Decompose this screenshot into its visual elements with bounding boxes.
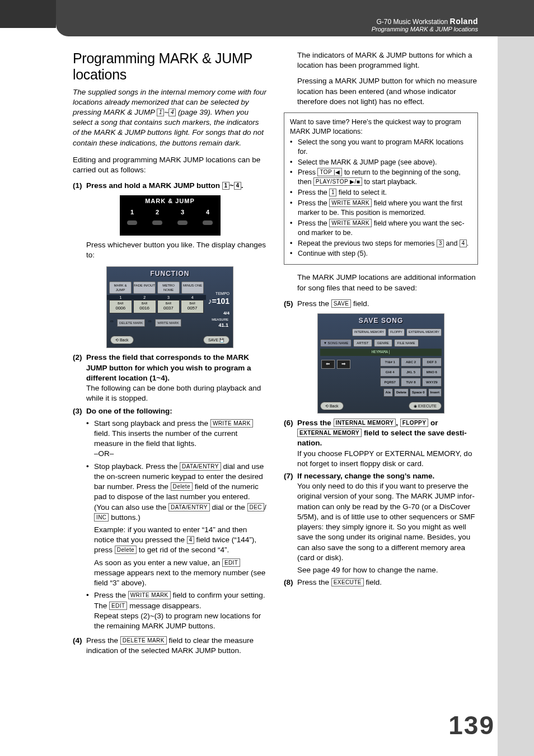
right-column: The indicators of MARK & JUMP buttons fo… xyxy=(284,50,478,659)
top-keycap: TOP |◀ xyxy=(317,168,342,176)
after-tip: The MARK JUMP locations are additional i… xyxy=(297,273,478,293)
bar-val: 0016 xyxy=(139,306,149,311)
internal-memory-keycap: INTERNAL MEMORY xyxy=(334,419,396,427)
slider-icon: ▭ xyxy=(148,319,152,327)
s6-c1: , xyxy=(396,419,400,427)
songname-pill: ▼ SONG NAME xyxy=(320,339,352,347)
step-6: (6) Press the INTERNAL MEMORY, FLOPPY or… xyxy=(284,418,478,469)
dest-internal: INTERNAL MEMORY xyxy=(352,328,386,336)
bullet-icon: • xyxy=(290,219,298,238)
key: JKL 5 xyxy=(401,368,420,377)
bar-lbl: BAR xyxy=(181,302,203,306)
dest-external: EXTERNAL MEMORY xyxy=(406,328,442,336)
save-lbl: SAVE xyxy=(208,338,218,342)
tip-item: Press the WRITE MARK field where you wan… xyxy=(298,199,472,218)
genre-pill: GENRE xyxy=(374,339,392,347)
left-column: Programming MARK & JUMP loca­tions The s… xyxy=(73,50,267,659)
key: PQRS7 xyxy=(380,378,400,387)
s5-pre: Press the xyxy=(297,299,331,308)
delete-keycap2: Delete xyxy=(115,546,137,554)
fn-key: A/a xyxy=(383,388,393,396)
fn-tab: METRO NOME xyxy=(157,281,180,294)
fn-val: BAR0057 xyxy=(181,300,204,313)
dec-keycap: DEC xyxy=(247,503,264,511)
function-panel-figure: FUNCTION MARK & JUMP FADE IN/OUT METRO N… xyxy=(73,266,267,349)
s8-post: field. xyxy=(364,578,382,586)
bar-val: 0037 xyxy=(163,306,174,311)
mj-num: 4 xyxy=(195,207,221,218)
write-mark-keycap2: WRITE MARK xyxy=(128,591,171,599)
write-mark-keycap: WRITE MARK xyxy=(210,419,253,428)
fn-key: Space 0 xyxy=(410,388,427,396)
keycap-4b: 4 xyxy=(234,182,241,190)
or-text: –OR– xyxy=(94,449,267,459)
content-columns: Programming MARK & JUMP loca­tions The s… xyxy=(73,50,478,659)
data-entry-keycap2: DATA/ENTRY xyxy=(168,503,210,511)
bullet-icon: • xyxy=(290,188,298,198)
editing-paragraph: Editing and programming MARK JUMP locati… xyxy=(73,155,267,175)
arrow-left-icon: ⬅ xyxy=(321,360,335,369)
tip-item: Select the MARK & JUMP page (see above). xyxy=(298,158,472,167)
step2-heading: Press the field that corresponds to the … xyxy=(86,353,267,383)
b2-post: buttons.) xyxy=(109,513,140,522)
save-song-panel: SAVE SONG INTERNAL MEMORY FLOPPY EXTERNA… xyxy=(317,313,444,414)
section-title: Programming MARK & JUMP loca­tions xyxy=(73,50,267,83)
save-title: SAVE SONG xyxy=(318,314,444,327)
s7-body: You only need to do this if you want to … xyxy=(297,481,478,563)
b2-m3: dial or the xyxy=(210,503,247,511)
fn-key: Insert xyxy=(428,388,442,396)
b2-pre: Stop playback. Press the xyxy=(94,462,180,471)
step-8: (8) Press the EXECUTE field. xyxy=(284,577,478,588)
save-keycap: SAVE xyxy=(331,299,352,308)
b3-pre: Press the xyxy=(94,591,128,599)
after-panel-text: Press whichever button you like. The dis… xyxy=(86,240,267,260)
step-3: (3) Do one of the following: • Start son… xyxy=(73,406,267,634)
b3-repeat: Repeat steps (2)~(3) to program new loca… xyxy=(94,611,267,631)
write-mark-keycap4: WRITE MARK xyxy=(329,219,372,227)
tip-box: Want to save time? Here’s the quickest w… xyxy=(284,112,478,265)
mj-num: 3 xyxy=(170,207,195,218)
t6-pre: Press the xyxy=(298,219,329,227)
tip-item: Repeat the previous two steps for memori… xyxy=(298,239,472,248)
fn-key: Delete xyxy=(394,388,409,396)
mj-num: 1 xyxy=(120,207,145,218)
led-icon xyxy=(203,220,213,225)
t7-pre: Repeat the previous two steps for memori… xyxy=(298,240,437,247)
external-memory-keycap: EXTERNAL MEMORY xyxy=(297,429,362,437)
as-pre: As soon as you enter a new value, an xyxy=(94,558,222,567)
bullet-icon: • xyxy=(290,158,298,167)
key: MNO 6 xyxy=(422,368,442,377)
dest-floppy: FLOPPY xyxy=(388,328,405,336)
artist-pill: ARTIST xyxy=(353,339,372,347)
b3-post: message disappears. xyxy=(127,602,201,610)
s1-post: . xyxy=(241,181,243,190)
slider-icon: ▭ xyxy=(110,319,114,327)
floppy-keycap: FLOPPY xyxy=(400,419,428,427)
delete-mark-btn: DELETE MARK xyxy=(117,319,145,327)
bullet-icon: • xyxy=(290,249,298,259)
bullet-icon: • xyxy=(290,239,298,248)
markjump-panel: MARK & JUMP 1 2 3 4 xyxy=(120,195,221,236)
step-number: (3) xyxy=(73,406,86,634)
markjump-panel-figure: MARK & JUMP 1 2 3 4 xyxy=(73,195,267,236)
key: GHI 4 xyxy=(380,368,400,377)
save-button: SAVE 💾 xyxy=(203,336,229,344)
back-lbl: Back xyxy=(120,338,129,342)
delete-keycap: Delete xyxy=(171,482,193,491)
keycap-1b: 1 xyxy=(222,182,229,190)
s7-see: See page 49 for how to change the name. xyxy=(297,565,478,575)
s7-heading: If necessary, change the song’s name. xyxy=(297,471,478,481)
slash: / xyxy=(264,503,266,511)
execute-button: ◉ EXECUTE xyxy=(409,402,442,410)
button-row xyxy=(120,228,221,236)
edit-keycap: EDIT xyxy=(222,558,240,567)
tempo-label: TEMPO xyxy=(206,290,233,296)
tip-intro: Want to save time? Here’s the quickest w… xyxy=(290,118,472,137)
tip-item: Press the 1 field to select it. xyxy=(298,188,472,198)
back-lbl2: Back xyxy=(330,404,339,408)
arrow-right-icon: ➡ xyxy=(337,360,350,369)
side-strip xyxy=(498,0,534,756)
delete-mark-keycap: DELETE MARK xyxy=(120,636,167,645)
s6-c2: or xyxy=(428,419,438,427)
fn-col: 1 xyxy=(109,295,132,300)
